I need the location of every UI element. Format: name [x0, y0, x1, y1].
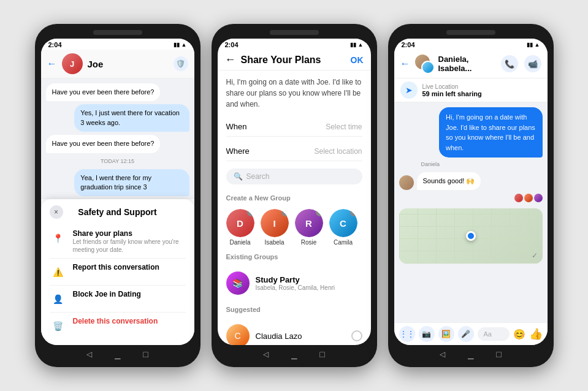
- contact-daniela[interactable]: D × Daniela: [226, 209, 254, 246]
- group-avatar: 📚: [226, 271, 250, 295]
- time-3: 2:04: [402, 41, 415, 48]
- location-arrow-icon: ➤: [400, 82, 418, 99]
- location-sub: 59 min left sharing: [422, 90, 482, 97]
- share-description: Hi, I'm going on a date with Joe. I'd li…: [226, 77, 362, 110]
- contact-camila[interactable]: C × Camila: [329, 209, 357, 246]
- group-study-party[interactable]: 📚 Study Party Isabela, Rosie, Camila, He…: [226, 268, 362, 298]
- status-bar-2: 2:04 ▮▮ ▲: [218, 39, 371, 50]
- phone-notch-1: [93, 30, 142, 35]
- share-header: ← Share Your Plans OK: [218, 50, 371, 70]
- recents-nav-2[interactable]: □: [317, 349, 328, 360]
- safety-item-title: Block Joe in Dating: [73, 290, 141, 298]
- safety-panel: × Safety and Support 📍 Share your plans …: [41, 199, 194, 345]
- chat-messages: Have you ever been there before? Yes, I …: [41, 78, 194, 199]
- back-nav-3[interactable]: ◁: [437, 349, 448, 360]
- contact-name: Isabela: [264, 239, 284, 246]
- close-button[interactable]: ×: [50, 205, 63, 219]
- when-value: Select time: [326, 123, 362, 131]
- safety-item-block[interactable]: 👤 Block Joe in Dating: [50, 286, 186, 313]
- suggested-claudia[interactable]: C Claudia Lazo: [226, 321, 362, 345]
- search-icon: 🔍: [234, 172, 243, 181]
- read-receipt-avatar: [514, 194, 523, 202]
- select-radio[interactable]: [351, 330, 362, 341]
- ok-button[interactable]: OK: [351, 55, 364, 65]
- video-call-button[interactable]: 📹: [524, 55, 541, 72]
- phone-3: 2:04 ▮▮ ▲ ← Daniela, Isabela... 📞 📹 ➤ Li…: [388, 24, 554, 367]
- share-title: Share Your Plans: [241, 55, 346, 66]
- location-title: Live Location: [422, 83, 482, 90]
- nav-bar-2: ◁ ⎯ □: [218, 345, 371, 361]
- where-label: Where: [226, 146, 250, 156]
- message-time: TODAY 12:15: [46, 158, 189, 164]
- contact-name: Daniela: [230, 239, 251, 246]
- where-field[interactable]: Where Select location: [226, 142, 362, 161]
- existing-groups-label: Existing Groups: [226, 253, 362, 260]
- share-back-button[interactable]: ←: [225, 53, 236, 66]
- safety-item-report[interactable]: ⚠️ Report this conversation: [50, 259, 186, 286]
- safety-item-title: Share your plans: [73, 229, 186, 238]
- group-members: Isabela, Rosie, Camila, Henri: [256, 284, 335, 291]
- contacts-row: D × Daniela I × Isabela R ×: [226, 209, 362, 246]
- read-receipts: [399, 194, 543, 202]
- when-label: When: [226, 122, 247, 131]
- when-field[interactable]: When Select time: [226, 117, 362, 137]
- home-nav[interactable]: ⎯: [112, 349, 123, 360]
- back-nav-2[interactable]: ◁: [261, 349, 272, 360]
- incoming-message-wrap: Sounds good! 🙌: [399, 172, 543, 190]
- trash-icon: 🗑️: [50, 317, 67, 335]
- message-bubble: Yes, I just went there for vacation 3 we…: [74, 104, 189, 132]
- back-button[interactable]: ←: [47, 58, 57, 69]
- chat-name: Joe: [88, 59, 169, 69]
- camera-button[interactable]: 📷: [419, 326, 435, 342]
- like-button[interactable]: 👍: [529, 327, 543, 341]
- time-1: 2:04: [48, 41, 62, 48]
- search-bar[interactable]: 🔍 Search: [226, 169, 362, 184]
- phone-screen-1: 2:04 ▮▮ ▲ ← J Joe 🛡️ Have you ever been …: [41, 39, 194, 345]
- warning-icon: ⚠️: [50, 264, 67, 281]
- location-banner: ➤ Live Location 59 min left sharing: [394, 78, 548, 102]
- phone-call-button[interactable]: 📞: [501, 55, 518, 72]
- status-bar-3: 2:04 ▮▮ ▲: [394, 39, 548, 50]
- battery-icon-2: ▮▮: [350, 42, 356, 48]
- block-icon: 👤: [50, 290, 67, 308]
- safety-item-delete[interactable]: 🗑️ Delete this conversation: [50, 313, 186, 339]
- phone-2: 2:04 ▮▮ ▲ ← Share Your Plans OK Hi, I'm …: [212, 24, 377, 367]
- contact-rosie[interactable]: R × Rosie: [295, 209, 323, 246]
- where-value: Select location: [314, 147, 362, 156]
- map-block[interactable]: ✓: [399, 208, 543, 264]
- home-nav-2[interactable]: ⎯: [289, 349, 300, 360]
- status-icons-3: ▮▮ ▲: [527, 42, 540, 48]
- contact-isabela[interactable]: I × Isabela: [261, 209, 289, 246]
- recents-nav[interactable]: □: [140, 349, 151, 360]
- msg3-back-button[interactable]: ←: [400, 58, 410, 69]
- safety-header: × Safety and Support: [50, 205, 186, 219]
- suggested-label: Suggested: [226, 306, 362, 313]
- chat3-messages: Hi, I'm going on a date with Joe. I'd li…: [394, 102, 548, 322]
- suggested-avatar: C: [226, 324, 250, 345]
- wifi-icon-2: ▲: [358, 42, 364, 48]
- safety-title: Safety and Support: [78, 207, 156, 217]
- message-bubble: Yea, I went there for my graduation trip…: [74, 169, 189, 197]
- contact-name: Rosie: [301, 239, 317, 246]
- home-nav-3[interactable]: ⎯: [465, 349, 476, 360]
- emoji-button[interactable]: 😊: [513, 328, 525, 340]
- read-receipt-avatar: [534, 194, 543, 202]
- wifi-icon-3: ▲: [535, 42, 540, 48]
- mic-button[interactable]: 🎤: [458, 326, 474, 342]
- battery-icon: ▮▮: [174, 42, 180, 48]
- message-bubble: Have you ever been there before?: [46, 135, 161, 153]
- message-input[interactable]: Aa: [478, 327, 510, 341]
- photo-button[interactable]: 🖼️: [438, 326, 454, 342]
- avatar-joe: J: [62, 53, 83, 74]
- recents-nav-3[interactable]: □: [494, 349, 505, 360]
- contact-name: Camila: [334, 239, 353, 246]
- apps-button[interactable]: ⋮⋮: [399, 326, 415, 342]
- shield-button[interactable]: 🛡️: [174, 56, 188, 71]
- status-icons-1: ▮▮ ▲: [174, 42, 187, 48]
- share-body: Hi, I'm going on a date with Joe. I'd li…: [218, 70, 371, 345]
- nav-bar-3: ◁ ⎯ □: [394, 345, 548, 361]
- back-nav[interactable]: ◁: [84, 349, 95, 360]
- safety-item-share-plans[interactable]: 📍 Share your plans Let friends or family…: [50, 225, 186, 259]
- safety-item-sub: Let friends or family know where you're …: [73, 238, 186, 254]
- wifi-icon: ▲: [181, 42, 187, 48]
